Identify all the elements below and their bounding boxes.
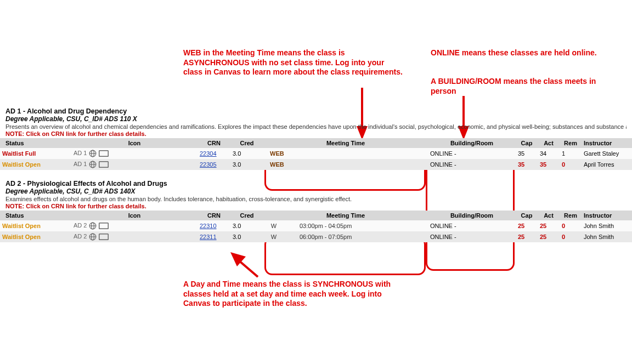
crn-note: NOTE: Click on CRN link for further clas… — [5, 203, 627, 209]
svg-rect-17 — [99, 223, 108, 229]
act-cell: 34 — [538, 148, 560, 159]
globe-icon — [89, 233, 108, 240]
crn-cell[interactable]: 22304 — [198, 148, 230, 159]
course-description: Examines effects of alcohol and drugs on… — [5, 196, 627, 202]
table-row: Waitlist OpenAD 2 223113.0W06:00pm - 07:… — [0, 231, 632, 242]
building-cell: ONLINE - — [428, 220, 516, 231]
col-status: Status — [0, 138, 71, 148]
course-description: Presents an overview of alcohol and chem… — [5, 123, 627, 130]
col-meeting: Meeting Time — [263, 138, 428, 148]
col-cred: Cred — [230, 138, 263, 148]
act-cell: 25 — [538, 220, 560, 231]
col-building: Building/Room — [428, 211, 516, 220]
meeting-time: 06:00pm - 07:05pm — [300, 234, 352, 240]
meeting-time: 03:00pm - 04:05pm — [300, 223, 352, 229]
cap-cell: 35 — [516, 148, 538, 159]
col-act: Act — [538, 138, 560, 148]
highlight-meeting-time-2 — [264, 237, 426, 275]
status-cell: Waitlist Full — [0, 148, 71, 159]
meeting-web: WEB — [270, 150, 284, 157]
svg-rect-9 — [99, 151, 108, 157]
annotation-online: ONLINE means these classes are held onli… — [431, 48, 606, 58]
status-cell: Waitlist Open — [0, 231, 71, 242]
meeting-cell: WEB — [263, 159, 428, 170]
col-icon: Icon — [71, 138, 198, 148]
col-icon: Icon — [71, 211, 198, 220]
building-cell: ONLINE - — [428, 148, 516, 159]
schedule-table: StatusIconCRNCredMeeting TimeBuilding/Ro… — [0, 138, 632, 170]
course-subtitle: Degree Applicable, CSU, C_ID# ADS 110 X — [5, 115, 627, 123]
col-rem: Rem — [560, 211, 582, 220]
building-cell: ONLINE - — [428, 231, 516, 242]
cred-cell: 3.0 — [230, 220, 263, 231]
annotation-web-async: WEB in the Meeting Time means the class … — [183, 48, 403, 77]
table-row: Waitlist OpenAD 1 223053.0WEBONLINE -353… — [0, 159, 632, 170]
globe-icon — [89, 161, 108, 167]
cap-cell: 25 — [516, 231, 538, 242]
table-header-row: StatusIconCRNCredMeeting TimeBuilding/Ro… — [0, 211, 632, 220]
crn-cell[interactable]: 22305 — [198, 159, 230, 170]
arrow-up-left-icon — [230, 252, 263, 282]
annotation-building: A BUILDING/ROOM means the class meets in… — [431, 77, 606, 96]
icon-cell: AD 1 — [71, 159, 198, 170]
building-cell: ONLINE - — [428, 159, 516, 170]
meeting-web: WEB — [270, 161, 284, 168]
instructor-cell: John Smith — [582, 220, 632, 231]
act-cell: 35 — [538, 159, 560, 170]
cred-cell: 3.0 — [230, 148, 263, 159]
meeting-cell: WEB — [263, 148, 428, 159]
crn-note: NOTE: Click on CRN link for further clas… — [5, 130, 627, 137]
svg-rect-13 — [99, 162, 108, 168]
meeting-day: W — [270, 223, 278, 229]
globe-icon — [89, 150, 108, 156]
instructor-cell: John Smith — [582, 231, 632, 242]
col-cap: Cap — [516, 138, 538, 148]
col-rem: Rem — [560, 138, 582, 148]
globe-icon — [89, 222, 108, 229]
col-instructor: Instructor — [582, 138, 632, 148]
cred-cell: 3.0 — [230, 159, 263, 170]
meeting-cell: W03:00pm - 04:05pm — [263, 220, 428, 231]
col-meeting: Meeting Time — [263, 211, 428, 220]
col-crn: CRN — [198, 138, 230, 148]
annotation-sync: A Day and Time means the class is SYNCHR… — [183, 280, 403, 309]
status-cell: Waitlist Open — [0, 159, 71, 170]
course-title: AD 2 - Physiological Effects of Alcohol … — [5, 180, 627, 187]
schedule-area: AD 1 - Alcohol and Drug DependencyDegree… — [0, 105, 632, 242]
col-cred: Cred — [230, 211, 263, 220]
course-subtitle: Degree Applicable, CSU, C_ID# ADS 140X — [5, 187, 627, 195]
col-status: Status — [0, 211, 71, 220]
instructor-cell: April Torres — [582, 159, 632, 170]
rem-cell: 0 — [560, 159, 582, 170]
course-block: AD 1 - Alcohol and Drug DependencyDegree… — [0, 105, 632, 138]
cred-cell: 3.0 — [230, 231, 263, 242]
rem-cell: 0 — [560, 220, 582, 231]
icon-cell: AD 1 — [71, 148, 198, 159]
course-block: AD 2 - Physiological Effects of Alcohol … — [0, 178, 632, 211]
col-building: Building/Room — [428, 138, 516, 148]
schedule-table: StatusIconCRNCredMeeting TimeBuilding/Ro… — [0, 211, 632, 242]
meeting-cell: W06:00pm - 07:05pm — [263, 231, 428, 242]
col-cap: Cap — [516, 211, 538, 220]
table-row: Waitlist OpenAD 2 223103.0W03:00pm - 04:… — [0, 220, 632, 231]
icon-cell: AD 2 — [71, 220, 198, 231]
col-crn: CRN — [198, 211, 230, 220]
crn-cell[interactable]: 22311 — [198, 231, 230, 242]
table-row: Waitlist FullAD 1 223043.0WEBONLINE -353… — [0, 148, 632, 159]
meeting-day: W — [270, 234, 278, 240]
crn-cell[interactable]: 22310 — [198, 220, 230, 231]
col-instructor: Instructor — [582, 211, 632, 220]
table-header-row: StatusIconCRNCredMeeting TimeBuilding/Ro… — [0, 138, 632, 148]
icon-cell: AD 2 — [71, 231, 198, 242]
cap-cell: 25 — [516, 220, 538, 231]
cap-cell: 35 — [516, 159, 538, 170]
course-title: AD 1 - Alcohol and Drug Dependency — [5, 107, 627, 115]
act-cell: 25 — [538, 231, 560, 242]
svg-line-4 — [239, 260, 258, 277]
svg-rect-21 — [99, 234, 108, 240]
col-act: Act — [538, 211, 560, 220]
rem-cell: 1 — [560, 148, 582, 159]
rem-cell: 0 — [560, 231, 582, 242]
status-cell: Waitlist Open — [0, 220, 71, 231]
instructor-cell: Garett Staley — [582, 148, 632, 159]
